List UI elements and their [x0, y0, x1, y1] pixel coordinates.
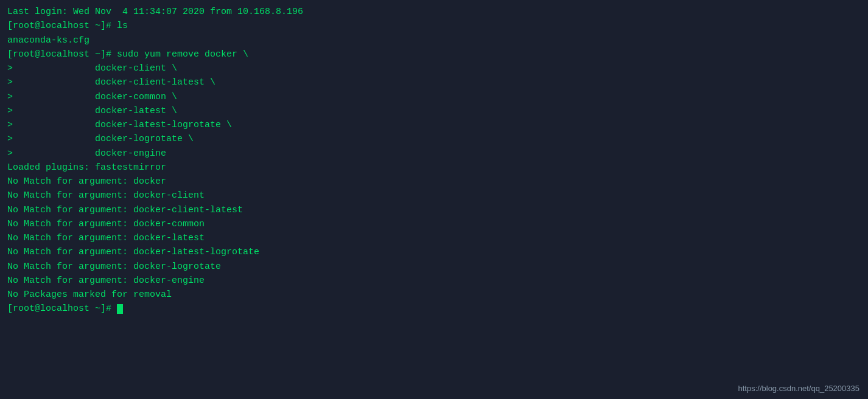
terminal-line: No Match for argument: docker-client-lat…	[7, 203, 861, 217]
cursor	[117, 304, 123, 314]
terminal-line: > docker-latest \	[7, 104, 861, 118]
terminal-line: Last login: Wed Nov 4 11:34:07 2020 from…	[7, 5, 861, 19]
terminal-window[interactable]: Last login: Wed Nov 4 11:34:07 2020 from…	[0, 0, 868, 399]
terminal-line: No Match for argument: docker-common	[7, 217, 861, 231]
terminal-content: Last login: Wed Nov 4 11:34:07 2020 from…	[7, 5, 861, 316]
terminal-line: > docker-engine	[7, 147, 861, 161]
terminal-line: No Match for argument: docker-engine	[7, 274, 861, 288]
terminal-line: No Match for argument: docker	[7, 175, 861, 189]
terminal-line: No Match for argument: docker-latest	[7, 231, 861, 245]
terminal-line: > docker-logrotate \	[7, 132, 861, 146]
terminal-line: [root@localhost ~]#	[7, 302, 861, 316]
terminal-line: > docker-common \	[7, 90, 861, 104]
terminal-line: > docker-client \	[7, 61, 861, 75]
terminal-line: No Match for argument: docker-latest-log…	[7, 245, 861, 259]
terminal-line: No Match for argument: docker-client	[7, 189, 861, 203]
terminal-line: Loaded plugins: fastestmirror	[7, 161, 861, 175]
terminal-line: > docker-latest-logrotate \	[7, 118, 861, 132]
terminal-line: No Packages marked for removal	[7, 288, 861, 302]
terminal-line: anaconda-ks.cfg	[7, 33, 861, 47]
terminal-line: > docker-client-latest \	[7, 75, 861, 89]
watermark: https://blog.csdn.net/qq_25200335	[738, 384, 860, 393]
terminal-line: [root@localhost ~]# sudo yum remove dock…	[7, 47, 861, 61]
terminal-line: [root@localhost ~]# ls	[7, 19, 861, 33]
terminal-line: No Match for argument: docker-logrotate	[7, 260, 861, 274]
